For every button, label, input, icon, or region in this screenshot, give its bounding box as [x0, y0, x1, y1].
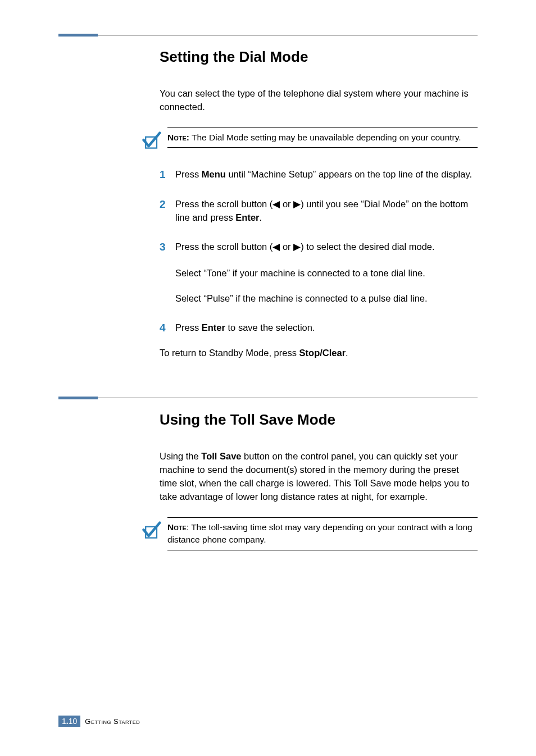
note-top-rule [167, 127, 478, 128]
step-1: 1 Press Menu until “Machine Setup” appea… [160, 168, 478, 182]
bold-keyword: Stop/Clear [299, 348, 346, 358]
closing-text: To return to Standby Mode, press Stop/Cl… [160, 348, 478, 358]
accent-bar [58, 397, 98, 399]
footer-label: Getting Started [85, 717, 140, 726]
step-subtext: Select “Pulse” if the machine is connect… [175, 292, 478, 306]
accent-bar [58, 34, 98, 37]
step-number: 3 [160, 240, 175, 254]
step-3: 3 Press the scroll button (◀ or ▶) to se… [160, 240, 478, 254]
text-fragment: To return to Standby Mode, press [160, 348, 299, 358]
note-body: : The toll-saving time slot may vary dep… [167, 522, 473, 544]
step-number: 1 [160, 168, 175, 182]
text-fragment: Press [175, 322, 202, 333]
step-text: Press the scroll button (◀ or ▶) to sele… [175, 240, 435, 254]
step-number: 4 [160, 321, 175, 335]
note-bottom-rule [167, 147, 478, 148]
bold-keyword: Menu [202, 169, 226, 179]
step-number: 2 [160, 198, 175, 212]
page-footer: 1.10 Getting Started [58, 716, 140, 727]
manual-page: Setting the Dial Mode You can select the… [0, 0, 536, 756]
step-text: Press Enter to save the selection. [175, 321, 315, 335]
note-body: The Dial Mode setting may be unavailable… [189, 133, 461, 142]
heading-toll-save-mode: Using the Toll Save Mode [160, 411, 478, 429]
section-setting-dial-mode: Setting the Dial Mode You can select the… [58, 35, 478, 358]
step-list: 1 Press Menu until “Machine Setup” appea… [160, 168, 478, 358]
note-label: Note: [167, 133, 189, 142]
note-bottom-rule [167, 550, 478, 550]
section-divider [58, 398, 478, 398]
note-text: Note: The toll-saving time slot may vary… [167, 521, 478, 546]
note-top-rule [167, 517, 478, 518]
chapter-number: 1 [62, 717, 66, 726]
body-column: You can select the type of the telephone… [160, 87, 478, 114]
text-fragment: Using the [160, 451, 201, 461]
note-block: Note: The toll-saving time slot may vary… [143, 517, 478, 550]
step-4: 4 Press Enter to save the selection. [160, 321, 478, 335]
note-label: Note [167, 522, 187, 532]
bold-keyword: Enter [235, 212, 259, 222]
text-fragment: Press [175, 169, 202, 179]
note-checkmark-icon [142, 521, 162, 541]
note-checkmark-icon [142, 131, 162, 151]
step-text: Press the scroll button (◀ or ▶) until y… [175, 198, 478, 225]
page-number: 10 [69, 717, 78, 726]
text-fragment: until “Machine Setup” appears on the top… [226, 169, 472, 179]
note-text: Note: The Dial Mode setting may be unava… [167, 131, 478, 144]
heading-setting-dial-mode: Setting the Dial Mode [160, 48, 478, 66]
step-subtext: Select “Tone” if your machine is connect… [175, 267, 478, 280]
note-block: Note: The Dial Mode setting may be unava… [143, 127, 478, 148]
intro-text: Using the Toll Save button on the contro… [160, 450, 478, 504]
text-fragment: to save the selection. [225, 322, 315, 333]
body-column: Using the Toll Save button on the contro… [160, 450, 478, 504]
section-toll-save-mode: Using the Toll Save Mode Using the Toll … [58, 398, 478, 550]
page-number-box: 1.10 [58, 716, 80, 727]
text-fragment: . [346, 348, 348, 358]
step-text: Press Menu until “Machine Setup” appears… [175, 168, 472, 181]
bold-keyword: Toll Save [201, 451, 241, 461]
text-fragment: Press the scroll button (◀ or ▶) until y… [175, 199, 468, 222]
section-divider [58, 35, 478, 35]
intro-text: You can select the type of the telephone… [160, 87, 478, 114]
bold-keyword: Enter [202, 322, 225, 333]
text-fragment: . [260, 212, 262, 222]
step-2: 2 Press the scroll button (◀ or ▶) until… [160, 198, 478, 225]
